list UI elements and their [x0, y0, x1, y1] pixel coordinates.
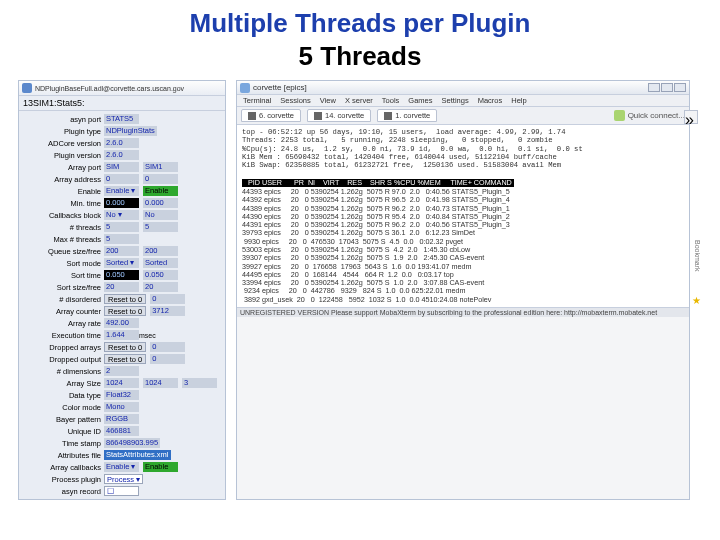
field-label: # dimensions — [22, 367, 104, 376]
field-label: Callbacks block — [22, 211, 104, 220]
menu-item[interactable]: X server — [345, 96, 373, 105]
field-readback: 5 — [143, 222, 178, 232]
field-readback: Enable — [143, 462, 178, 472]
tab-label: 14. corvette — [325, 111, 364, 120]
field-value[interactable]: Reset to 0 — [104, 342, 146, 352]
page-subtitle: 5 Threads — [0, 41, 720, 72]
epics-row: Sort modeSorted ▾Sorted — [22, 257, 222, 269]
menubar: TerminalSessionsViewX serverToolsGamesSe… — [237, 95, 689, 107]
epics-row: # disorderedReset to 00 — [22, 293, 222, 305]
epics-row: Array rate492.00 — [22, 317, 222, 329]
epics-row: Array portSIMSIM1 — [22, 161, 222, 173]
epics-row: Bayer patternRGGB — [22, 413, 222, 425]
epics-row: # dimensions2 — [22, 365, 222, 377]
terminal-titlebar[interactable]: corvette [epics] — [237, 81, 689, 95]
epics-row: Callbacks blockNo ▾No — [22, 209, 222, 221]
field-readback: SIM1 — [143, 162, 178, 172]
terminal-window: corvette [epics] TerminalSessionsViewX s… — [236, 80, 690, 500]
field-label: Sort time — [22, 271, 104, 280]
field-label: Unique ID — [22, 427, 104, 436]
field-readback: Enable — [143, 186, 178, 196]
epics-row: ADCore version2.6.0 — [22, 137, 222, 149]
side-expand-icon[interactable]: » — [684, 110, 698, 124]
field-label: Process plugin — [22, 475, 104, 484]
epics-row: Array callbacksEnable ▾Enable — [22, 461, 222, 473]
quick-connect[interactable]: Quick connect... — [614, 110, 685, 121]
field-readback: No — [143, 210, 178, 220]
quick-connect-label: Quick connect... — [628, 111, 685, 120]
field-value: 492.00 — [104, 318, 139, 328]
field-readback: 3 — [182, 378, 217, 388]
field-value[interactable]: Process ▾ — [104, 474, 143, 484]
field-value: StatsAttributes.xml — [104, 450, 171, 460]
menu-item[interactable]: View — [320, 96, 336, 105]
monitor-icon — [314, 112, 322, 120]
field-label: # threads — [22, 223, 104, 232]
field-label: Array callbacks — [22, 463, 104, 472]
epics-row: Plugin typeNDPluginStats — [22, 125, 222, 137]
epics-titlebar[interactable]: NDPluginBaseFull.adl@corvette.cars.uscan… — [19, 81, 225, 96]
field-value: 5 — [104, 234, 139, 244]
monitor-icon — [384, 112, 392, 120]
field-value[interactable]: Sorted ▾ — [104, 258, 139, 268]
menu-item[interactable]: Macros — [478, 96, 503, 105]
field-value[interactable]: Reset to 0 — [104, 306, 146, 316]
menu-item[interactable]: Settings — [442, 96, 469, 105]
field-value: 866498903.995 — [104, 438, 160, 448]
field-value[interactable]: No ▾ — [104, 210, 139, 220]
menu-item[interactable]: Sessions — [280, 96, 310, 105]
monitor-icon — [248, 112, 256, 120]
terminal-tab[interactable]: 6. corvette — [241, 109, 301, 122]
menu-item[interactable]: Tools — [382, 96, 400, 105]
terminal-body[interactable]: top - 06:52:12 up 56 days, 19:10, 15 use… — [237, 125, 689, 307]
process-header: PID USER PR NI VIRT RES SHR S %CPU %MEM … — [242, 179, 514, 187]
field-value: 0.050 — [104, 270, 139, 280]
field-value[interactable]: ☐ — [104, 486, 139, 496]
epics-row: Plugin version2.6.0 — [22, 149, 222, 161]
field-label: Time stamp — [22, 439, 104, 448]
field-label: Array Size — [22, 379, 104, 388]
field-label: Execution time — [22, 331, 104, 340]
field-value[interactable]: Enable ▾ — [104, 186, 139, 196]
menu-item[interactable]: Terminal — [243, 96, 271, 105]
epics-row: Max # threads5 — [22, 233, 222, 245]
epics-row: Dropped arraysReset to 00 — [22, 341, 222, 353]
epics-window-title: NDPluginBaseFull.adl@corvette.cars.uscan… — [35, 85, 184, 92]
unregistered-footer: UNREGISTERED VERSION Please support Moba… — [237, 307, 689, 317]
page-title: Multiple Threads per Plugin — [0, 8, 720, 39]
menu-item[interactable]: Help — [511, 96, 526, 105]
side-buttons: » — [684, 110, 698, 124]
terminal-tab[interactable]: 14. corvette — [307, 109, 371, 122]
field-label: Data type — [22, 391, 104, 400]
epics-row: Process pluginProcess ▾ — [22, 473, 222, 485]
field-value: SIM — [104, 162, 139, 172]
field-value: RGGB — [104, 414, 139, 424]
field-readback: 0 — [150, 294, 185, 304]
field-label: Enable — [22, 187, 104, 196]
field-label: Plugin type — [22, 127, 104, 136]
field-value[interactable]: Enable ▾ — [104, 462, 139, 472]
epics-row: Color modeMono — [22, 401, 222, 413]
close-button[interactable] — [674, 83, 686, 92]
field-readback: 20 — [143, 282, 178, 292]
epics-row: Sort size/free2020 — [22, 281, 222, 293]
maximize-button[interactable] — [661, 83, 673, 92]
field-value[interactable]: Reset to 0 — [104, 354, 146, 364]
bookmark-tab[interactable]: Bookmark — [694, 240, 701, 272]
field-label: # disordered — [22, 295, 104, 304]
field-readback: 3712 — [150, 306, 185, 316]
field-value[interactable]: Reset to 0 — [104, 294, 146, 304]
epics-row: Attributes fileStatsAttributes.xml — [22, 449, 222, 461]
epics-row: Execution time1.644 msec — [22, 329, 222, 341]
minimize-button[interactable] — [648, 83, 660, 92]
epics-row: Time stamp866498903.995 — [22, 437, 222, 449]
field-value: STATS5 — [104, 114, 139, 124]
field-value: 2.6.0 — [104, 150, 139, 160]
field-label: Dropped arrays — [22, 343, 104, 352]
terminal-tab[interactable]: 1. corvette — [377, 109, 437, 122]
epics-row: asyn portSTATS5 — [22, 113, 222, 125]
field-label: Attributes file — [22, 451, 104, 460]
menu-item[interactable]: Games — [408, 96, 432, 105]
field-label: Sort mode — [22, 259, 104, 268]
star-icon[interactable]: ★ — [692, 295, 701, 306]
